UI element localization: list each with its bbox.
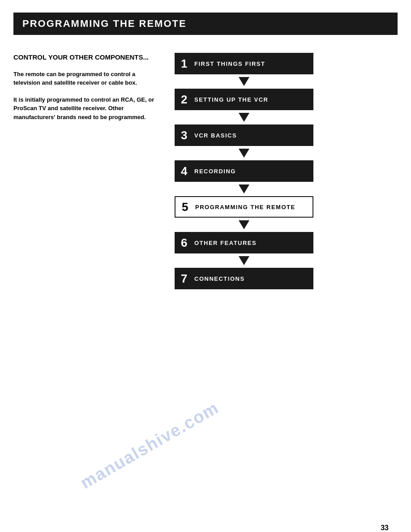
header-bar: PROGRAMMING THE REMOTE (13, 13, 398, 35)
step-bar-7: 7CONNECTIONS (175, 268, 313, 289)
step-number-6: 6 (181, 237, 191, 249)
step-item-1: 1FIRST THINGS FIRST (175, 53, 313, 89)
step-number-4: 4 (181, 165, 191, 177)
step-number-1: 1 (181, 58, 191, 69)
section-title: CONTROL YOUR OTHER COMPONENTS... (13, 53, 157, 62)
step-number-5: 5 (182, 201, 192, 213)
main-content: CONTROL YOUR OTHER COMPONENTS... The rem… (0, 35, 411, 289)
step-number-2: 2 (181, 94, 191, 105)
step-number-7: 7 (181, 273, 191, 284)
step-item-6: 6OTHER FEATURES (175, 232, 313, 268)
step-bar-3: 3VCR BASICS (175, 124, 313, 146)
arrow-down-icon-2 (239, 113, 249, 122)
step-label-7: CONNECTIONS (194, 275, 245, 282)
arrow-down-icon-6 (239, 256, 249, 265)
step-label-4: RECORDING (194, 168, 236, 175)
step-bar-6: 6OTHER FEATURES (175, 232, 313, 253)
step-number-3: 3 (181, 129, 191, 141)
step-arrow-6 (175, 253, 313, 268)
steps-column: 1FIRST THINGS FIRST2SETTING UP THE VCR3V… (175, 53, 398, 289)
arrow-down-icon-5 (239, 220, 249, 229)
step-arrow-3 (175, 146, 313, 160)
step-arrow-2 (175, 110, 313, 124)
step-bar-2: 2SETTING UP THE VCR (175, 89, 313, 110)
step-item-7: 7CONNECTIONS (175, 268, 313, 289)
body-paragraph-2: It is initially programmed to control an… (13, 95, 157, 122)
step-arrow-5 (175, 218, 313, 232)
step-item-3: 3VCR BASICS (175, 124, 313, 160)
step-label-3: VCR BASICS (194, 132, 237, 139)
arrow-down-icon-3 (239, 149, 249, 158)
watermark: manualshive.com (77, 398, 223, 493)
page-container: PROGRAMMING THE REMOTE CONTROL YOUR OTHE… (0, 13, 411, 532)
step-item-2: 2SETTING UP THE VCR (175, 89, 313, 124)
step-arrow-4 (175, 182, 313, 196)
step-label-6: OTHER FEATURES (194, 240, 257, 246)
page-number: 33 (381, 524, 389, 532)
step-item-5: 5PROGRAMMING THE REMOTE (175, 196, 313, 232)
step-bar-1: 1FIRST THINGS FIRST (175, 53, 313, 74)
step-item-4: 4RECORDING (175, 160, 313, 196)
arrow-down-icon-4 (239, 184, 249, 193)
left-column: CONTROL YOUR OTHER COMPONENTS... The rem… (13, 53, 157, 289)
step-bar-5: 5PROGRAMMING THE REMOTE (175, 196, 313, 218)
step-label-1: FIRST THINGS FIRST (194, 60, 265, 67)
body-paragraph-1: The remote can be programmed to control … (13, 70, 157, 87)
step-label-2: SETTING UP THE VCR (194, 96, 268, 103)
step-bar-4: 4RECORDING (175, 160, 313, 182)
step-label-5: PROGRAMMING THE REMOTE (195, 204, 295, 210)
step-arrow-1 (175, 74, 313, 89)
arrow-down-icon-1 (239, 77, 249, 86)
header-title: PROGRAMMING THE REMOTE (22, 18, 187, 30)
